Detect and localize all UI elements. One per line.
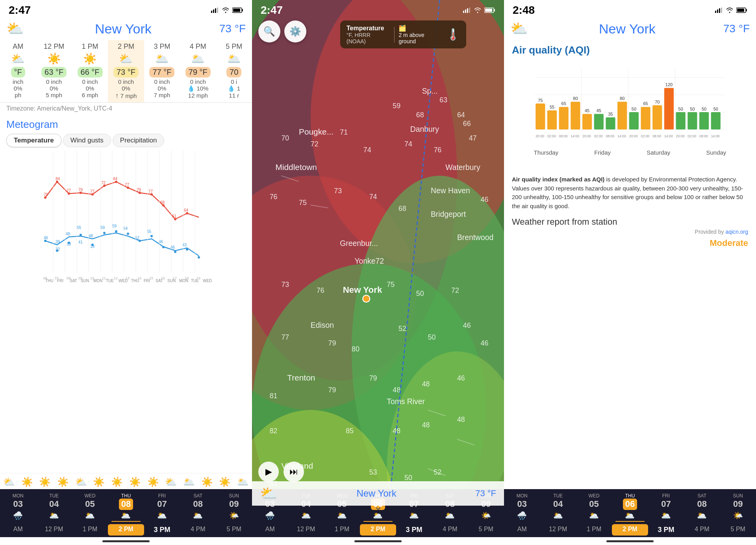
svg-text:63: 63	[439, 96, 447, 104]
map-play-controls[interactable]: ▶ ⏭	[258, 462, 304, 482]
time-tabs-p1[interactable]: AM 12 PM 1 PM 2 PM 3 PM 4 PM 5 PM	[0, 523, 252, 537]
map-settings-button[interactable]: ⚙️	[284, 20, 306, 42]
svg-text:46: 46	[44, 236, 48, 240]
svg-text:80: 80	[352, 345, 359, 353]
aqi-chart-svg: 75 55 65 80 45 45 35	[512, 60, 748, 147]
bottom-nav-p1[interactable]: MON 03 🌧️ TUE 04 🌥️ WED 05 🌥️ THU 08 🌥️ …	[0, 489, 252, 545]
map-search-button[interactable]: 🔍	[258, 20, 280, 42]
map-play-button[interactable]: ▶	[258, 462, 279, 482]
tooltip-subtitle: °F, HRRR (NOAA)	[346, 32, 390, 44]
map-time-12pm[interactable]: 12 PM	[288, 524, 324, 536]
tooltip-info-content: 🗂️ 2 m above ground	[398, 24, 442, 44]
time-12pm-p1[interactable]: 12 PM	[36, 524, 72, 536]
day-tab-tue04[interactable]: TUE 04 🌥️	[36, 491, 72, 522]
aqi-provider-link[interactable]: aqicn.org	[725, 229, 748, 235]
svg-text:Edison: Edison	[311, 321, 334, 329]
svg-text:Greenbur...: Greenbur...	[340, 239, 378, 248]
svg-rect-237	[687, 112, 697, 129]
svg-text:50: 50	[416, 290, 424, 297]
map-controls[interactable]: 🔍 ⚙️	[258, 20, 306, 42]
svg-text:06: 06	[43, 276, 47, 280]
svg-rect-226	[629, 112, 639, 129]
map-time-2pm[interactable]: 2 PM	[360, 524, 396, 536]
city-header-p1: ⛅ New York 73 °F	[0, 18, 252, 40]
svg-rect-221	[606, 117, 615, 129]
tab-temperature[interactable]: Temperature	[6, 134, 61, 147]
day-tabs-p3[interactable]: MON 03 🌧️ TUE 04 🌥️ WED 05 🌥️ THU 06 🌥️ …	[504, 489, 756, 523]
svg-text:Pougke...: Pougke...	[299, 127, 334, 136]
p3-time-12pm[interactable]: 12 PM	[540, 524, 576, 536]
map-time-4pm[interactable]: 4 PM	[432, 524, 468, 536]
aqi-day-thursday: Thursday	[534, 149, 559, 156]
map-time-1pm[interactable]: 1 PM	[324, 524, 360, 536]
svg-text:02:00: 02:00	[594, 134, 603, 138]
map-skip-button[interactable]: ⏭	[284, 462, 304, 482]
svg-text:48: 48	[457, 416, 465, 423]
day-tabs-p1[interactable]: MON 03 🌧️ TUE 04 🌥️ WED 05 🌥️ THU 08 🌥️ …	[0, 489, 252, 523]
hour-cell-6: 5 PM 🌥️ 70 0 i 💧 1 11 r	[216, 40, 252, 102]
bottom-nav-p3[interactable]: MON 03 🌧️ TUE 04 🌥️ WED 05 🌥️ THU 06 🌥️ …	[504, 489, 756, 545]
hourly-row-p1: AM ⛅ °F inch 0% ph 12 PM ☀️ 63 °F 0 inch…	[0, 40, 252, 103]
battery-icon-p1	[232, 7, 243, 13]
svg-point-79	[56, 249, 58, 252]
meteogram-tabs[interactable]: Temperature Wind gusts Precipitation	[6, 134, 246, 147]
day-tab-fri07[interactable]: FRI 07 🌥️	[144, 491, 180, 522]
day-tab-thu08-active[interactable]: THU 08 🌥️	[108, 491, 144, 522]
svg-text:46: 46	[480, 339, 488, 347]
svg-point-76	[174, 218, 176, 220]
time-5pm-p1[interactable]: 5 PM	[216, 524, 252, 536]
tab-wind-gusts[interactable]: Wind gusts	[63, 134, 111, 147]
status-time-p1: 2:47	[9, 4, 31, 17]
time-tabs-p3[interactable]: AM 12 PM 1 PM 2 PM 3 PM 4 PM 5 PM	[504, 523, 756, 537]
map-time-5pm[interactable]: 5 PM	[468, 524, 504, 536]
svg-text:75: 75	[387, 281, 395, 288]
time-am-p1[interactable]: AM	[0, 524, 36, 536]
map-time-am[interactable]: AM	[252, 524, 288, 536]
svg-rect-223	[617, 102, 627, 129]
svg-rect-214	[571, 102, 580, 129]
map-chevron-icon[interactable]: ⌄	[374, 500, 383, 513]
svg-text:09: 09	[78, 276, 82, 280]
day-tab-sat08[interactable]: SAT 08 🌥️	[180, 491, 216, 522]
p3-day-mon03[interactable]: MON 03 🌧️	[504, 491, 540, 522]
hour-cell-3: 2 PM ⛅ 73 °F 0 inch 0% ↑ 7 mph	[108, 40, 144, 102]
day-tab-mon03[interactable]: MON 03 🌧️	[0, 491, 36, 522]
p3-time-5pm[interactable]: 5 PM	[720, 524, 756, 536]
svg-text:65: 65	[561, 101, 566, 106]
svg-text:59: 59	[112, 224, 117, 228]
p3-time-1pm[interactable]: 1 PM	[576, 524, 612, 536]
svg-text:70: 70	[281, 134, 289, 142]
p3-day-thu06-active[interactable]: THU 06 🌥️	[612, 491, 648, 522]
svg-text:77: 77	[90, 189, 95, 194]
day-tab-wed05[interactable]: WED 05 🌥️	[72, 491, 108, 522]
day-tab-sun09[interactable]: SUN 09 🌤️	[216, 491, 252, 522]
time-3pm-p1[interactable]: 3 PM	[144, 524, 180, 536]
svg-text:61: 61	[172, 214, 177, 218]
map-tooltip: Temperature °F, HRRR (NOAA) 🗂️ 2 m above…	[340, 20, 466, 48]
time-2pm-p1[interactable]: 2 PM	[108, 524, 144, 536]
p3-time-3pm[interactable]: 3 PM	[648, 524, 684, 536]
svg-point-90	[186, 248, 188, 251]
p3-day-sat08[interactable]: SAT 08 🌥️	[684, 491, 720, 522]
status-time-p3: 2:48	[513, 4, 535, 17]
p3-day-fri07[interactable]: FRI 07 🌥️	[648, 491, 684, 522]
time-4pm-p1[interactable]: 4 PM	[180, 524, 216, 536]
map-time-3pm[interactable]: 3 PM	[396, 524, 432, 536]
svg-text:46: 46	[463, 321, 471, 329]
tab-precipitation[interactable]: Precipitation	[113, 134, 165, 147]
tooltip-content: Temperature °F, HRRR (NOAA)	[346, 25, 390, 44]
p3-time-2pm[interactable]: 2 PM	[612, 524, 648, 536]
svg-text:20:00: 20:00	[676, 134, 685, 138]
time-tabs-p2[interactable]: AM 12 PM 1 PM 2 PM 3 PM 4 PM 5 PM	[252, 523, 504, 537]
svg-text:75: 75	[538, 98, 543, 103]
p3-day-sun09[interactable]: SUN 09 🌤️	[720, 491, 756, 522]
svg-rect-212	[559, 107, 569, 129]
meteogram-chart: THU FRI SAT SUN MON TUE WED THU FRI SAT …	[6, 150, 246, 284]
p3-day-wed05[interactable]: WED 05 🌥️	[576, 491, 612, 522]
svg-text:53: 53	[369, 468, 377, 476]
p3-time-am[interactable]: AM	[504, 524, 540, 536]
svg-text:48: 48	[393, 386, 400, 394]
p3-day-tue04[interactable]: TUE 04 🌥️	[540, 491, 576, 522]
time-1pm-p1[interactable]: 1 PM	[72, 524, 108, 536]
p3-time-4pm[interactable]: 4 PM	[684, 524, 720, 536]
